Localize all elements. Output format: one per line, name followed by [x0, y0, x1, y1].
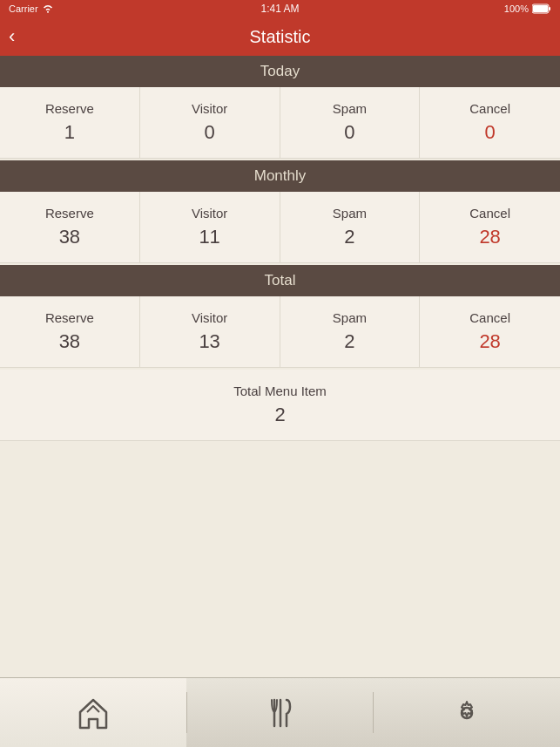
today-visitor-value: 0	[149, 121, 271, 144]
total-stats-grid: Reserve 38 Visitor 13 Spam 2 Cancel 28	[0, 296, 560, 368]
monthly-visitor: Visitor 11	[140, 192, 280, 262]
status-bar: Carrier 1:41 AM 100%	[0, 0, 560, 17]
today-reserve-label: Reserve	[9, 101, 131, 116]
gear-icon	[449, 695, 485, 731]
monthly-reserve: Reserve 38	[0, 192, 140, 262]
total-section: Total Reserve 38 Visitor 13 Spam 2 Cance…	[0, 265, 560, 368]
total-visitor: Visitor 13	[140, 296, 280, 367]
today-visitor-label: Visitor	[149, 101, 271, 116]
today-cancel-value: 0	[428, 121, 551, 144]
total-spam-value: 2	[289, 330, 411, 353]
total-visitor-value: 13	[149, 330, 271, 353]
page-title: Statistic	[249, 27, 310, 47]
tab-menu[interactable]	[187, 678, 374, 747]
total-spam: Spam 2	[280, 296, 421, 367]
tab-home[interactable]	[0, 678, 186, 747]
monthly-spam-value: 2	[289, 226, 411, 248]
monthly-cancel-value: 28	[428, 226, 551, 248]
today-spam-label: Spam	[289, 101, 411, 116]
today-spam: Spam 0	[280, 87, 421, 158]
monthly-visitor-value: 11	[149, 226, 271, 248]
total-header: Total	[0, 265, 560, 296]
today-header: Today	[0, 56, 560, 87]
monthly-spam-label: Spam	[289, 206, 411, 221]
monthly-cancel: Cancel 28	[420, 192, 560, 262]
monthly-header: Monthly	[0, 160, 560, 192]
carrier-label: Carrier	[9, 3, 38, 14]
today-reserve-value: 1	[9, 121, 131, 144]
back-button[interactable]: ‹	[9, 25, 15, 48]
monthly-header-text: Monthly	[254, 167, 307, 184]
total-menu-section: Total Menu Item 2	[0, 370, 560, 441]
total-cancel-value: 28	[428, 330, 551, 353]
today-cancel: Cancel 0	[420, 87, 560, 158]
today-stats-grid: Reserve 1 Visitor 0 Spam 0 Cancel 0	[0, 87, 560, 159]
monthly-visitor-label: Visitor	[149, 206, 271, 221]
monthly-cancel-label: Cancel	[428, 206, 551, 221]
monthly-reserve-label: Reserve	[9, 206, 131, 221]
total-header-text: Total	[265, 272, 296, 289]
total-cancel: Cancel 28	[420, 296, 560, 367]
today-cancel-label: Cancel	[428, 101, 551, 116]
tab-settings[interactable]	[374, 678, 560, 747]
total-reserve-label: Reserve	[9, 310, 131, 325]
total-cancel-label: Cancel	[428, 310, 551, 325]
today-header-text: Today	[260, 63, 300, 79]
total-menu-label: Total Menu Item	[14, 384, 546, 398]
main-content: Today Reserve 1 Visitor 0 Spam 0 Cancel …	[0, 56, 560, 677]
today-visitor: Visitor 0	[140, 87, 280, 158]
monthly-spam: Spam 2	[280, 192, 421, 262]
tab-bar	[0, 677, 560, 747]
status-bar-time: 1:41 AM	[260, 3, 299, 15]
wifi-icon	[42, 4, 54, 13]
total-spam-label: Spam	[289, 310, 411, 325]
total-menu-value: 2	[14, 404, 546, 426]
status-bar-right: 100%	[504, 3, 551, 14]
total-visitor-label: Visitor	[149, 310, 271, 325]
monthly-section: Monthly Reserve 38 Visitor 11 Spam 2 Can…	[0, 160, 560, 263]
battery-label: 100%	[504, 3, 529, 14]
total-reserve: Reserve 38	[0, 296, 140, 367]
today-spam-value: 0	[289, 121, 411, 144]
total-reserve-value: 38	[9, 330, 131, 353]
today-reserve: Reserve 1	[0, 87, 140, 158]
monthly-stats-grid: Reserve 38 Visitor 11 Spam 2 Cancel 28	[0, 192, 560, 263]
home-icon	[75, 695, 111, 731]
today-section: Today Reserve 1 Visitor 0 Spam 0 Cancel …	[0, 56, 560, 159]
fork-spoon-icon	[262, 695, 299, 731]
battery-icon	[532, 3, 551, 14]
status-bar-left: Carrier	[9, 3, 54, 14]
svg-rect-2	[533, 5, 548, 12]
svg-rect-3	[549, 7, 550, 10]
nav-bar: ‹ Statistic	[0, 17, 560, 56]
svg-point-0	[47, 11, 49, 13]
monthly-reserve-value: 38	[9, 226, 131, 248]
